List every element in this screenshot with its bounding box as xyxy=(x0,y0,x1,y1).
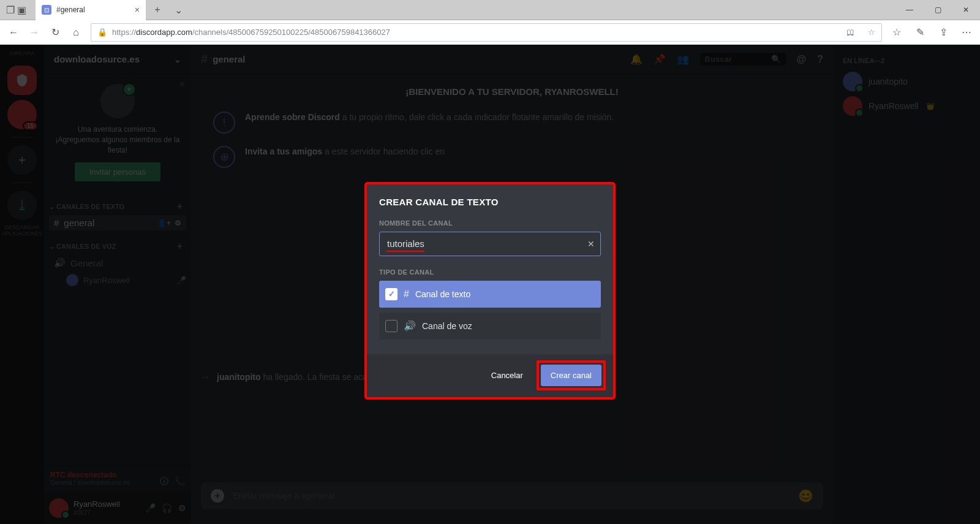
discord-app: DIREARA 15 ＋ ⤓ DESCARGAR APLICACIONES do… xyxy=(0,45,980,524)
more-icon[interactable]: ⋯ xyxy=(960,26,973,39)
create-channel-button[interactable]: Crear canal xyxy=(541,365,601,386)
close-window-button[interactable]: ✕ xyxy=(952,0,980,20)
favorite-icon[interactable]: ☆ xyxy=(868,28,875,37)
notes-icon[interactable]: ✎ xyxy=(914,26,926,39)
clear-input-icon[interactable]: ✕ xyxy=(587,239,595,249)
hash-icon: # xyxy=(404,289,409,300)
address-bar[interactable]: 🔒 https://discordapp.com/channels/485006… xyxy=(91,23,882,42)
share-icon[interactable]: ⇪ xyxy=(937,26,949,39)
forward-button: → xyxy=(28,26,40,39)
highlight-underline xyxy=(386,251,424,252)
browser-tab[interactable]: ⊡ #general × xyxy=(36,0,146,20)
favorites-icon[interactable]: ☆ xyxy=(891,26,903,39)
open-tab-menu-icon[interactable]: ⌄ xyxy=(169,1,187,19)
minimize-button[interactable]: — xyxy=(895,0,924,20)
modal-footer: Cancelar Crear canal xyxy=(367,354,613,397)
maximize-button[interactable]: ▢ xyxy=(924,0,952,20)
home-button[interactable]: ⌂ xyxy=(70,26,82,39)
new-tab-button[interactable]: + xyxy=(148,1,167,19)
tab-actions-icon[interactable]: ❐ xyxy=(6,6,15,14)
channel-name-input[interactable] xyxy=(379,232,601,256)
tab-title: #general xyxy=(56,6,130,14)
lock-icon: 🔒 xyxy=(97,28,107,37)
reading-view-icon[interactable]: 🕮 xyxy=(846,28,854,37)
back-button[interactable]: ← xyxy=(7,26,20,39)
channel-type-label: TIPO DE CANAL xyxy=(379,268,601,276)
browser-address-bar-row: ← → ↻ ⌂ 🔒 https://discordapp.com/channel… xyxy=(0,20,980,45)
modal-title: CREAR CANAL DE TEXTO xyxy=(379,197,601,207)
checkbox-unchecked-icon xyxy=(385,320,398,332)
close-tab-icon[interactable]: × xyxy=(135,5,140,15)
cancel-button[interactable]: Cancelar xyxy=(483,365,532,386)
discord-favicon: ⊡ xyxy=(42,5,51,15)
create-button-highlight: Crear canal xyxy=(537,360,606,390)
tab-preview-icon[interactable]: ▣ xyxy=(17,6,26,14)
create-channel-modal: CREAR CANAL DE TEXTO NOMBRE DEL CANAL ✕ … xyxy=(0,45,980,524)
browser-tab-bar: ❐ ▣ ⊡ #general × + ⌄ — ▢ ✕ xyxy=(0,0,980,20)
speaker-icon: 🔊 xyxy=(404,320,416,332)
type-option-text[interactable]: ✓ # Canal de texto xyxy=(379,281,601,308)
type-option-voice[interactable]: 🔊 Canal de voz xyxy=(379,313,601,340)
checkbox-checked-icon: ✓ xyxy=(385,288,398,300)
refresh-button[interactable]: ↻ xyxy=(49,26,61,39)
channel-name-label: NOMBRE DEL CANAL xyxy=(379,219,601,227)
